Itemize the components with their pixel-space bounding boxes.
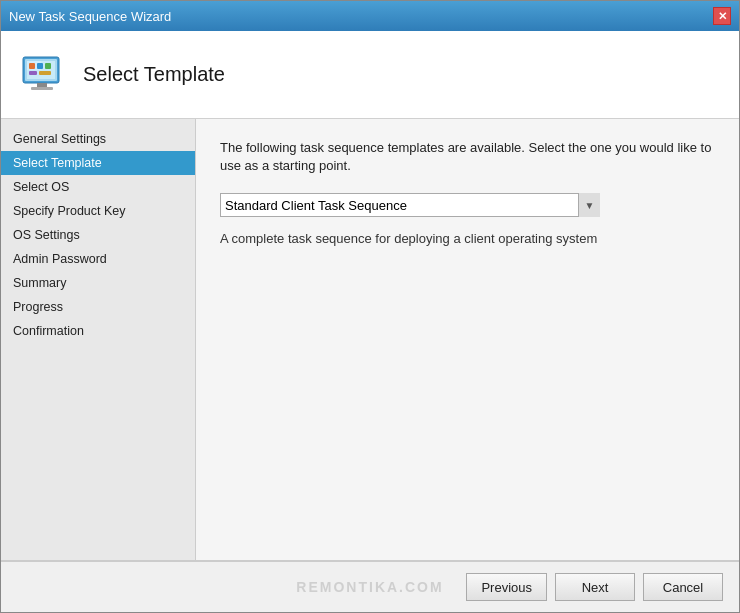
- watermark-text: REMONTIKA.COM: [296, 579, 443, 595]
- title-bar: New Task Sequence Wizard ✕: [1, 1, 739, 31]
- sidebar-item-select-os[interactable]: Select OS: [1, 175, 195, 199]
- next-button[interactable]: Next: [555, 573, 635, 601]
- footer-area: REMONTIKA.COM Previous Next Cancel: [1, 560, 739, 612]
- window-title: New Task Sequence Wizard: [9, 9, 171, 24]
- svg-rect-10: [39, 71, 51, 75]
- previous-button[interactable]: Previous: [466, 573, 547, 601]
- template-dropdown-row: Standard Client Task SequenceCustom Task…: [220, 193, 715, 217]
- svg-rect-9: [29, 71, 37, 75]
- sidebar-item-specify-product-key[interactable]: Specify Product Key: [1, 199, 195, 223]
- sidebar-item-admin-password[interactable]: Admin Password: [1, 247, 195, 271]
- header-area: Select Template: [1, 31, 739, 119]
- sidebar-item-progress[interactable]: Progress: [1, 295, 195, 319]
- sidebar-item-summary[interactable]: Summary: [1, 271, 195, 295]
- svg-rect-5: [31, 87, 53, 90]
- svg-rect-4: [37, 83, 47, 87]
- sidebar: General SettingsSelect TemplateSelect OS…: [1, 119, 196, 560]
- content-area: General SettingsSelect TemplateSelect OS…: [1, 119, 739, 560]
- cancel-button[interactable]: Cancel: [643, 573, 723, 601]
- description-text: The following task sequence templates ar…: [220, 139, 715, 175]
- sidebar-item-select-template[interactable]: Select Template: [1, 151, 195, 175]
- sidebar-item-os-settings[interactable]: OS Settings: [1, 223, 195, 247]
- close-button[interactable]: ✕: [713, 7, 731, 25]
- svg-rect-7: [37, 63, 43, 69]
- sidebar-item-general-settings[interactable]: General Settings: [1, 127, 195, 151]
- main-content: The following task sequence templates ar…: [196, 119, 739, 560]
- sub-description-text: A complete task sequence for deploying a…: [220, 231, 715, 246]
- svg-rect-8: [45, 63, 51, 69]
- sidebar-item-confirmation[interactable]: Confirmation: [1, 319, 195, 343]
- template-dropdown-wrapper: Standard Client Task SequenceCustom Task…: [220, 193, 600, 217]
- svg-rect-6: [29, 63, 35, 69]
- wizard-window: New Task Sequence Wizard ✕ Select: [0, 0, 740, 613]
- wizard-icon: [17, 49, 69, 101]
- page-title: Select Template: [83, 63, 225, 86]
- template-dropdown[interactable]: Standard Client Task SequenceCustom Task…: [220, 193, 600, 217]
